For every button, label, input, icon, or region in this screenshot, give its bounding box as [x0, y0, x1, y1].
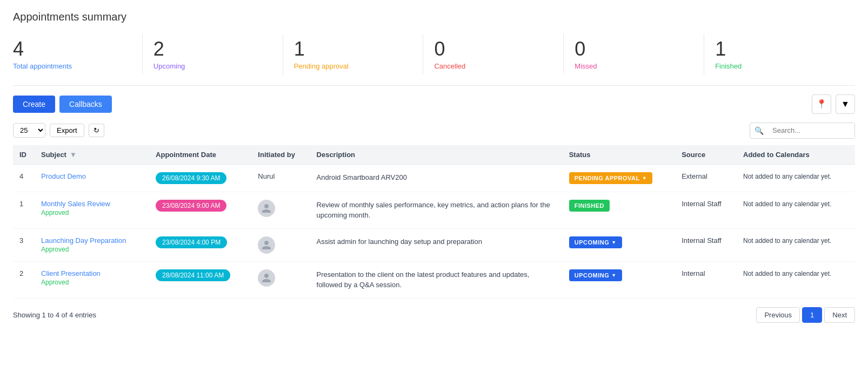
- cell-initiated: Nurul: [251, 164, 310, 192]
- page-title: Appointments summary: [13, 11, 855, 23]
- subject-approved: Approved: [41, 279, 143, 286]
- search-icon: 🔍: [750, 123, 768, 138]
- avatar: [258, 200, 275, 217]
- cell-date: 28/08/2024 11:00 AM: [149, 261, 251, 298]
- th-id: ID: [13, 145, 35, 165]
- toolbar: Create Callbacks 📍 ▼: [13, 94, 855, 114]
- refresh-button[interactable]: ↻: [89, 124, 104, 137]
- refresh-icon: ↻: [94, 126, 99, 134]
- th-calendar: Added to Calendars: [737, 145, 855, 165]
- date-badge: 23/08/2024 9:00 AM: [156, 200, 226, 212]
- cancelled-label: Cancelled: [434, 62, 552, 70]
- next-button[interactable]: Next: [824, 307, 855, 323]
- pin-icon-button[interactable]: 📍: [812, 94, 831, 114]
- th-date: Appointment Date: [149, 145, 251, 165]
- filter-icon: ▼: [841, 99, 850, 109]
- finished-label: Finished: [715, 62, 833, 70]
- th-source: Source: [675, 145, 737, 165]
- sort-icon[interactable]: ▼: [70, 151, 77, 159]
- previous-button[interactable]: Previous: [756, 307, 800, 323]
- subject-link[interactable]: Monthly Sales Review: [41, 200, 143, 208]
- showing-text: Showing 1 to 4 of 4 entries: [13, 311, 96, 319]
- th-initiated: Initiated by: [251, 145, 310, 165]
- appointments-table: ID Subject ▼ Appointment Date Initiated …: [13, 145, 855, 299]
- avatar: [258, 269, 275, 287]
- upcoming-number: 2: [153, 38, 272, 60]
- avatar: [258, 236, 275, 254]
- cell-subject: Monthly Sales ReviewApproved: [35, 192, 149, 228]
- cell-date: 23/08/2024 4:00 PM: [149, 228, 251, 261]
- cell-initiated: [251, 228, 310, 261]
- filter-icon-button[interactable]: ▼: [836, 94, 855, 114]
- subject-approved: Approved: [41, 209, 143, 216]
- cell-description: Review of monthly sales performance, key…: [310, 192, 563, 228]
- cell-id: 2: [13, 261, 35, 298]
- cell-source: Internal Staff: [675, 192, 737, 228]
- cell-date: 26/08/2024 9:30 AM: [149, 164, 251, 192]
- status-badge[interactable]: PENDING APPROVAL: [569, 172, 653, 184]
- th-subject: Subject ▼: [35, 145, 149, 165]
- page-1-button[interactable]: 1: [802, 307, 822, 323]
- cell-subject: Launching Day PreparationApproved: [35, 228, 149, 261]
- date-badge: 23/08/2024 4:00 PM: [156, 236, 227, 248]
- cell-initiated: [251, 261, 310, 298]
- cell-source: Internal: [675, 261, 737, 298]
- total-label: Total appointments: [13, 62, 131, 70]
- cell-source: Internal Staff: [675, 228, 737, 261]
- summary-card-pending: 1 Pending approval: [294, 34, 424, 74]
- cell-id: 4: [13, 164, 35, 192]
- cell-id: 3: [13, 228, 35, 261]
- pin-icon: 📍: [816, 99, 827, 109]
- subject-link[interactable]: Launching Day Preparation: [41, 236, 143, 245]
- summary-card-total: 4 Total appointments: [13, 34, 143, 74]
- callbacks-button[interactable]: Callbacks: [59, 96, 112, 113]
- subject-link[interactable]: Client Presentation: [41, 269, 143, 277]
- cell-initiated: [251, 192, 310, 228]
- cell-status: UPCOMING: [563, 228, 675, 261]
- cell-calendar: Not added to any calendar yet.: [737, 261, 855, 298]
- status-badge[interactable]: UPCOMING: [569, 236, 622, 248]
- cell-calendar: Not added to any calendar yet.: [737, 228, 855, 261]
- cell-status: PENDING APPROVAL: [563, 164, 675, 192]
- status-badge[interactable]: UPCOMING: [569, 269, 622, 281]
- toolbar-right: 📍 ▼: [812, 94, 855, 114]
- cell-description: Presentation to the client on the latest…: [310, 261, 563, 298]
- table-row: 4Product Demo26/08/2024 9:30 AMNurulAndr…: [13, 164, 855, 192]
- missed-number: 0: [575, 38, 693, 60]
- table-row: 3Launching Day PreparationApproved23/08/…: [13, 228, 855, 261]
- table-row: 2Client PresentationApproved28/08/2024 1…: [13, 261, 855, 298]
- cell-id: 1: [13, 192, 35, 228]
- pending-label: Pending approval: [294, 62, 412, 70]
- cell-description: Assist admin for launching day setup and…: [310, 228, 563, 261]
- toolbar-left: Create Callbacks: [13, 96, 112, 113]
- date-badge: 28/08/2024 11:00 AM: [156, 269, 230, 281]
- table-row: 1Monthly Sales ReviewApproved23/08/2024 …: [13, 192, 855, 228]
- search-input[interactable]: [768, 123, 854, 138]
- cell-status: FINISHED: [563, 192, 675, 228]
- missed-label: Missed: [575, 62, 693, 70]
- summary-card-upcoming: 2 Upcoming: [153, 34, 283, 74]
- table-controls-left: 25 50 100 Export ↻: [13, 123, 104, 138]
- subject-approved: Approved: [41, 246, 143, 253]
- finished-number: 1: [715, 38, 833, 60]
- total-number: 4: [13, 38, 131, 60]
- pagination-row: Showing 1 to 4 of 4 entries Previous 1 N…: [13, 307, 855, 323]
- subject-link[interactable]: Product Demo: [41, 172, 143, 180]
- cell-subject: Client PresentationApproved: [35, 261, 149, 298]
- th-status: Status: [563, 145, 675, 165]
- status-badge: FINISHED: [569, 200, 610, 212]
- export-button[interactable]: Export: [50, 124, 84, 137]
- summary-card-finished: 1 Finished: [715, 34, 844, 74]
- cell-calendar: Not added to any calendar yet.: [737, 164, 855, 192]
- cancelled-number: 0: [434, 38, 552, 60]
- create-button[interactable]: Create: [13, 96, 55, 113]
- th-description: Description: [310, 145, 563, 165]
- cell-status: UPCOMING: [563, 261, 675, 298]
- per-page-select[interactable]: 25 50 100: [13, 123, 45, 138]
- summary-card-missed: 0 Missed: [575, 34, 704, 74]
- pagination: Previous 1 Next: [756, 307, 855, 323]
- summary-row: 4 Total appointments 2 Upcoming 1 Pendin…: [13, 34, 855, 86]
- table-controls: 25 50 100 Export ↻ 🔍: [13, 123, 855, 139]
- cell-source: External: [675, 164, 737, 192]
- pending-number: 1: [294, 38, 412, 60]
